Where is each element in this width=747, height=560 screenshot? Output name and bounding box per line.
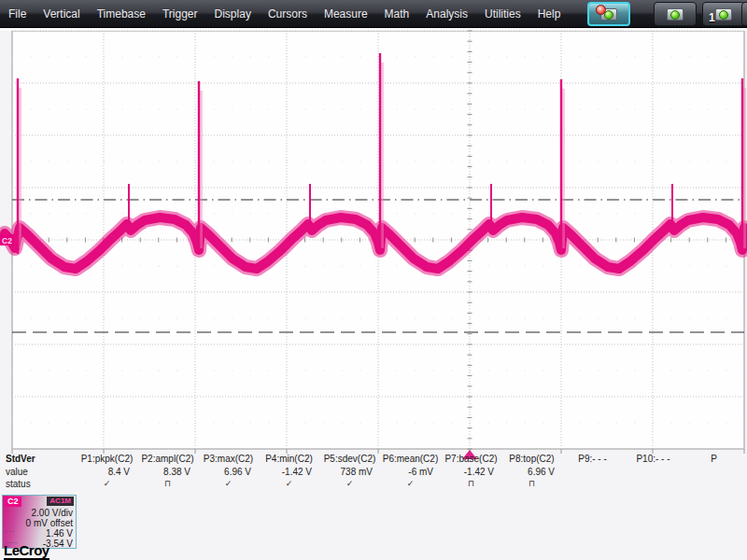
menu-trigger[interactable]: Trigger bbox=[154, 0, 206, 28]
status-row-label: status bbox=[6, 479, 31, 489]
volts-per-div: 2.00 V/div bbox=[32, 508, 73, 518]
param-header-p8[interactable]: P8:top(C2) bbox=[503, 454, 560, 464]
cursor1-level: 1.46 V bbox=[46, 528, 73, 539]
menu-measure[interactable]: Measure bbox=[316, 0, 376, 28]
display-1-badge: 1 bbox=[709, 11, 715, 24]
lecroy-logo: LeCroy bbox=[4, 543, 49, 560]
display-icon bbox=[667, 8, 684, 21]
param-header-p6[interactable]: P6:mean(C2) bbox=[382, 454, 439, 464]
history-display-button[interactable] bbox=[587, 2, 630, 26]
param-status-p2: ⊓ bbox=[139, 479, 196, 488]
param-header-p1[interactable]: P1:pkpk(C2) bbox=[78, 454, 135, 464]
svg-text:C2: C2 bbox=[2, 236, 12, 245]
channel-c2-descriptor[interactable]: C2 AC1M 2.00 V/div 0 mV offset - - - 1.4… bbox=[2, 495, 77, 549]
menu-utilities[interactable]: Utilities bbox=[476, 0, 529, 28]
param-value-p7: -1.42 V bbox=[443, 467, 500, 477]
menu-display[interactable]: Display bbox=[206, 0, 260, 28]
cursor1-style-icon: - - - bbox=[6, 528, 14, 534]
display-button[interactable] bbox=[654, 2, 697, 26]
param-status-p8: ⊓ bbox=[503, 479, 560, 488]
param-value-p8: 6.96 V bbox=[503, 467, 560, 477]
param-header-p10[interactable]: P10:- - - bbox=[625, 454, 682, 464]
param-header-p9[interactable]: P9:- - - bbox=[564, 454, 621, 464]
param-value-p5: 738 mV bbox=[321, 467, 378, 477]
clock-display-icon bbox=[600, 8, 617, 21]
param-status-p6: ✓ bbox=[382, 479, 439, 488]
param-status-p7: ⊓ bbox=[443, 479, 500, 488]
menu-bar: FileVerticalTimebaseTriggerDisplayCursor… bbox=[0, 0, 747, 28]
toolbar-overflow-button[interactable] bbox=[741, 2, 747, 26]
channel-label: C2 bbox=[5, 497, 21, 507]
param-header-p4[interactable]: P4:min(C2) bbox=[261, 454, 317, 464]
param-status-p4: ✓ bbox=[261, 479, 317, 488]
offset-value: 0 mV offset bbox=[26, 518, 73, 528]
param-status-p1: ✓ bbox=[78, 479, 135, 488]
param-value-p6: -6 mV bbox=[382, 467, 439, 477]
table-title: StdVer bbox=[6, 454, 35, 464]
menu-cursors[interactable]: Cursors bbox=[260, 0, 316, 28]
param-value-p2: 8.38 V bbox=[139, 467, 196, 477]
param-status-p5: ✓ bbox=[321, 479, 378, 488]
param-header-p3[interactable]: P3:max(C2) bbox=[200, 454, 257, 464]
param-header-p11[interactable]: P bbox=[685, 454, 742, 464]
value-row-label: value bbox=[6, 467, 28, 477]
menu-timebase[interactable]: Timebase bbox=[89, 0, 154, 28]
param-value-p1: 8.4 V bbox=[78, 467, 135, 477]
display-1-icon bbox=[715, 8, 732, 21]
param-header-p7[interactable]: P7:base(C2) bbox=[443, 454, 500, 464]
param-header-p5[interactable]: P5:sdev(C2) bbox=[321, 454, 378, 464]
menu-vertical[interactable]: Vertical bbox=[35, 0, 88, 28]
measurement-table: StdVer value status P1:pkpk(C2)8.4 V✓P2:… bbox=[0, 452, 747, 493]
display-1-button[interactable]: 1 bbox=[702, 2, 745, 26]
menu-file[interactable]: File bbox=[0, 0, 35, 28]
param-value-p4: -1.42 V bbox=[261, 467, 317, 477]
menu-math[interactable]: Math bbox=[376, 0, 418, 28]
menu-analysis[interactable]: Analysis bbox=[417, 0, 476, 28]
param-status-p3: ✓ bbox=[200, 479, 257, 488]
param-value-p3: 6.96 V bbox=[200, 467, 257, 477]
coupling-badge: AC1M bbox=[47, 497, 74, 506]
menu-help[interactable]: Help bbox=[529, 0, 570, 28]
param-header-p2[interactable]: P2:ampl(C2) bbox=[139, 454, 196, 464]
